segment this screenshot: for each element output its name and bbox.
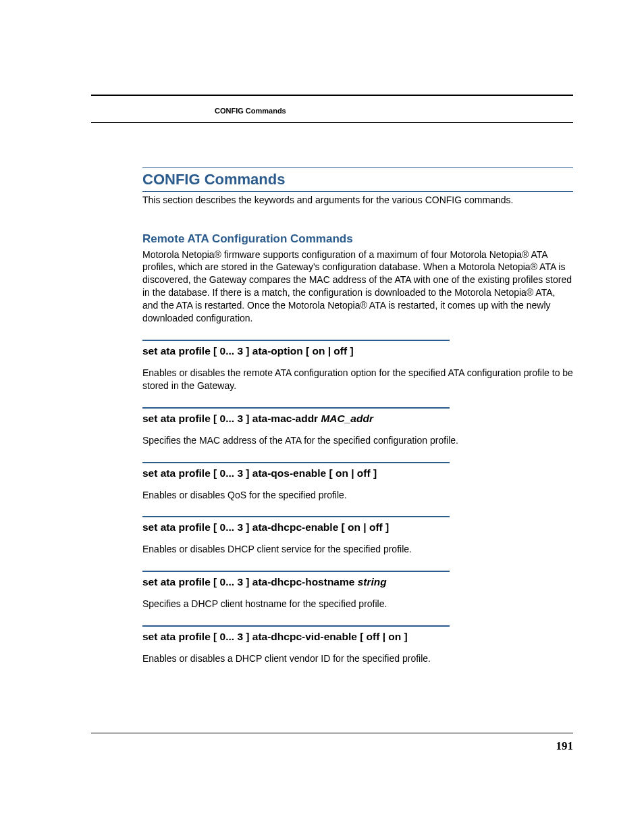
subsection-title: Remote ATA Configuration Commands xyxy=(142,232,573,246)
page-frame: CONFIG Commands CONFIG Commands This sec… xyxy=(91,95,573,756)
subsection-paragraph: Motorola Netopia® firmware supports conf… xyxy=(142,249,573,325)
command-heading: set ata profile [ 0... 3 ] ata-qos-enabl… xyxy=(142,467,573,479)
command-heading: set ata profile [ 0... 3 ] ata-dhcpc-hos… xyxy=(142,576,573,588)
bottom-rule xyxy=(91,733,573,733)
command-block: set ata profile [ 0... 3 ] ata-qos-enabl… xyxy=(142,462,573,502)
command-heading-text: set ata profile [ 0... 3 ] ata-qos-enabl… xyxy=(142,467,377,479)
command-heading: set ata profile [ 0... 3 ] ata-option [ … xyxy=(142,345,573,357)
command-block: set ata profile [ 0... 3 ] ata-dhcpc-ena… xyxy=(142,516,573,556)
command-description: Specifies the MAC address of the ATA for… xyxy=(142,434,573,447)
page-number: 191 xyxy=(556,739,574,753)
command-block: set ata profile [ 0... 3 ] ata-mac-addr … xyxy=(142,407,573,447)
section-intro: This section describes the keywords and … xyxy=(142,194,573,207)
command-heading-text: set ata profile [ 0... 3 ] ata-dhcpc-hos… xyxy=(142,576,358,588)
command-rule xyxy=(142,516,450,517)
command-heading: set ata profile [ 0... 3 ] ata-dhcpc-ena… xyxy=(142,521,573,533)
section-title: CONFIG Commands xyxy=(142,168,573,191)
command-heading-italic: MAC_addr xyxy=(321,413,373,424)
command-description: Enables or disables a DHCP client vendor… xyxy=(142,652,573,665)
command-rule xyxy=(142,571,450,572)
command-rule xyxy=(142,625,450,627)
h1-bottom-rule xyxy=(142,191,573,192)
header-rule xyxy=(91,122,573,123)
command-rule xyxy=(142,407,450,409)
top-rule xyxy=(91,95,573,96)
command-heading-text: set ata profile [ 0... 3 ] ata-mac-addr xyxy=(142,413,321,424)
content-area: CONFIG Commands This section describes t… xyxy=(142,167,573,665)
command-heading: set ata profile [ 0... 3 ] ata-dhcpc-vid… xyxy=(142,631,573,643)
command-description: Enables or disables QoS for the specifie… xyxy=(142,489,573,502)
command-block: set ata profile [ 0... 3 ] ata-dhcpc-hos… xyxy=(142,571,573,610)
command-block: set ata profile [ 0... 3 ] ata-option [ … xyxy=(142,340,573,392)
command-heading-text: set ata profile [ 0... 3 ] ata-dhcpc-ena… xyxy=(142,521,389,533)
command-block: set ata profile [ 0... 3 ] ata-dhcpc-vid… xyxy=(142,625,573,665)
command-description: Enables or disables the remote ATA confi… xyxy=(142,367,573,392)
command-heading: set ata profile [ 0... 3 ] ata-mac-addr … xyxy=(142,413,573,425)
command-rule xyxy=(142,340,450,341)
command-heading-italic: string xyxy=(358,576,387,588)
command-description: Enables or disables DHCP client service … xyxy=(142,543,573,556)
command-rule xyxy=(142,462,450,463)
command-heading-text: set ata profile [ 0... 3 ] ata-dhcpc-vid… xyxy=(142,631,408,642)
command-description: Specifies a DHCP client hostname for the… xyxy=(142,598,573,610)
running-header: CONFIG Commands xyxy=(215,107,286,115)
command-heading-text: set ata profile [ 0... 3 ] ata-option [ … xyxy=(142,345,354,357)
